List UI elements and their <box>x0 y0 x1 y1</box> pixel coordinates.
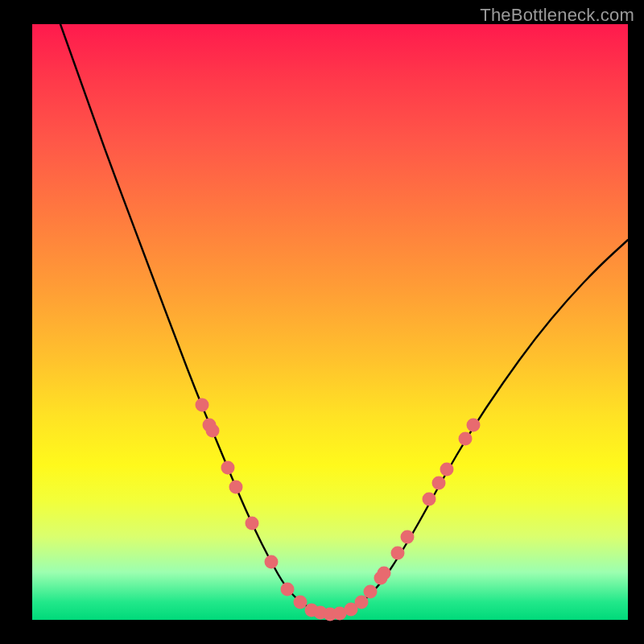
curve-dot <box>355 596 369 609</box>
curve-dot <box>378 567 391 580</box>
watermark-text: TheBottleneck.com <box>480 5 634 26</box>
curve-data-dots <box>196 398 481 621</box>
chart-frame: TheBottleneck.com <box>0 0 644 644</box>
curve-dot <box>221 461 235 475</box>
curve-dot <box>364 585 378 599</box>
curve-dot <box>246 517 259 530</box>
curve-dot <box>196 398 209 412</box>
curve-dot <box>281 583 295 597</box>
curve-dot <box>229 481 243 494</box>
curve-dot <box>423 493 436 506</box>
curve-dot <box>206 424 220 438</box>
curve-dot <box>459 432 473 446</box>
plot-area <box>32 24 628 620</box>
curve-dot <box>265 555 279 569</box>
curve-dot <box>391 547 405 560</box>
curve-dot <box>440 463 454 477</box>
curve-dot <box>432 477 446 490</box>
curve-dot <box>401 530 415 544</box>
bottleneck-curve-svg <box>32 24 628 620</box>
curve-dot <box>467 419 481 432</box>
curve-dot <box>294 596 308 609</box>
bottleneck-curve-path <box>60 24 628 613</box>
